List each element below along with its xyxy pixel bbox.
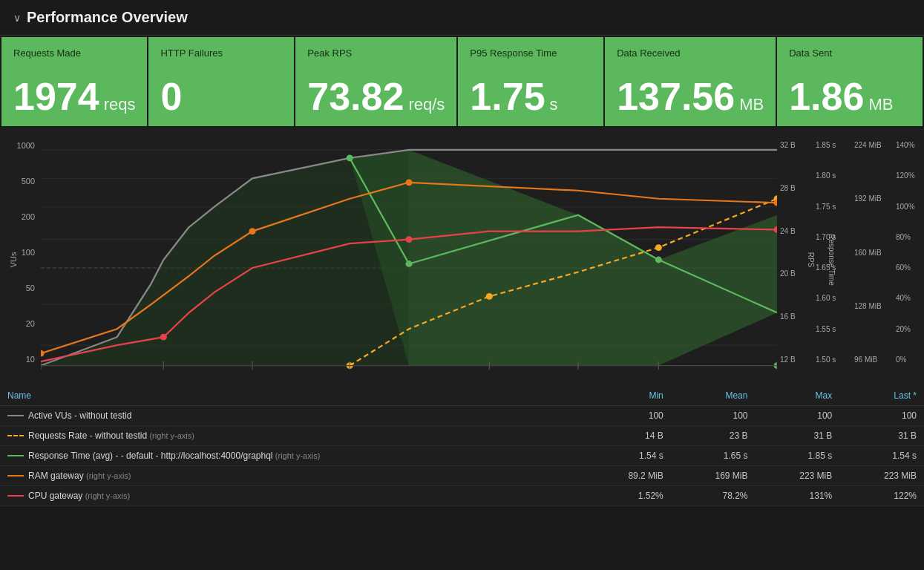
y-tick: 1000 xyxy=(17,141,35,150)
data-tick: 128 MiB xyxy=(854,302,882,310)
legend-name: CPU gateway (right y-axis) xyxy=(0,486,582,506)
metric-value: 0 xyxy=(160,77,182,116)
legend-mean: 78.2% xyxy=(671,486,756,506)
metric-label: Peak RPS xyxy=(307,48,445,59)
metric-value: 137.56 xyxy=(617,77,735,116)
metric-value: 1974 xyxy=(13,77,99,116)
legend-mean: 169 MiB xyxy=(671,466,756,486)
y-tick: 200 xyxy=(22,212,35,221)
chevron-icon: ∨ xyxy=(13,12,21,24)
legend-max: 1.85 s xyxy=(755,446,839,466)
y-tick: 100 xyxy=(22,248,35,257)
metric-value: 1.75 xyxy=(470,77,545,116)
svg-point-11 xyxy=(405,261,412,267)
svg-point-23 xyxy=(405,236,412,243)
legend-row: CPU gateway (right y-axis) 1.52% 78.2% 1… xyxy=(0,486,924,506)
metric-card-1: HTTP Failures 0 xyxy=(148,37,294,126)
legend-name: RAM gateway (right y-axis) xyxy=(0,466,582,486)
metric-label: Requests Made xyxy=(13,48,135,59)
legend-name: Response Time (avg) - - default - http:/… xyxy=(0,446,582,466)
legend-row: RAM gateway (right y-axis) 89.2 MiB 169 … xyxy=(0,466,924,486)
metric-value: 1.86 xyxy=(789,77,864,116)
col-name: Name xyxy=(0,386,582,406)
pct-tick: 80% xyxy=(896,233,911,241)
pct-tick: 100% xyxy=(896,203,915,211)
rt-tick: 1.85 s xyxy=(816,141,836,149)
metric-unit: reqs xyxy=(104,95,136,114)
col-mean: Mean xyxy=(671,386,756,406)
legend-max: 31 B xyxy=(755,426,839,446)
pct-tick: 60% xyxy=(896,263,911,272)
rt-tick: 1.80 s xyxy=(816,171,836,180)
metrics-row: Requests Made 1974 reqs HTTP Failures 0 … xyxy=(0,36,924,128)
svg-point-18 xyxy=(41,350,45,357)
metric-card-0: Requests Made 1974 reqs xyxy=(1,37,147,126)
legend-min: 14 B xyxy=(582,426,671,446)
metric-card-3: P95 Response Time 1.75 s xyxy=(458,37,603,126)
y-tick: 20 xyxy=(26,319,35,328)
metric-label: P95 Response Time xyxy=(470,48,592,59)
legend-min: 1.54 s xyxy=(582,446,671,466)
metric-card-4: Data Received 137.56 MB xyxy=(605,37,776,126)
legend-max: 223 MiB xyxy=(755,466,839,486)
col-min: Min xyxy=(582,386,671,406)
legend-mean: 100 xyxy=(671,406,756,426)
rps-tick: 20 B xyxy=(780,269,796,278)
legend-last: 100 xyxy=(839,406,924,426)
svg-marker-9 xyxy=(41,150,409,366)
legend-row: Response Time (avg) - - default - http:/… xyxy=(0,446,924,466)
legend-last: 223 MiB xyxy=(839,466,924,486)
response-time-axis-label: Response Time xyxy=(828,234,836,285)
legend-name: Requests Rate - without testid (right y-… xyxy=(0,426,582,446)
svg-point-22 xyxy=(160,334,167,341)
rt-tick: 1.50 s xyxy=(816,356,836,364)
rt-tick: 1.60 s xyxy=(816,294,836,302)
rt-tick: 1.55 s xyxy=(816,325,836,333)
y-tick: 50 xyxy=(26,284,35,292)
metric-unit: req/s xyxy=(408,95,445,114)
data-tick: 160 MiB xyxy=(854,249,882,257)
svg-point-16 xyxy=(655,244,662,251)
metric-card-2: Peak RPS 73.82 req/s xyxy=(295,37,456,126)
chart-section: VUs 1000 500 200 100 50 20 10 xyxy=(0,128,924,506)
svg-point-15 xyxy=(486,293,493,300)
pct-tick: 140% xyxy=(896,141,915,149)
pct-tick: 40% xyxy=(896,294,911,302)
right-axes: 32 B 28 B 24 B 20 B 16 B 12 B RPS 1.85 s… xyxy=(777,134,924,386)
legend-name: Active VUs - without testid xyxy=(0,406,582,426)
legend-table: Name Min Mean Max Last * Active VUs - wi… xyxy=(0,386,924,506)
metric-unit: MB xyxy=(739,95,764,114)
page-title: Performance Overview xyxy=(27,9,188,26)
data-tick: 96 MiB xyxy=(854,356,877,364)
data-tick: 224 MiB xyxy=(854,141,882,149)
legend-min: 100 xyxy=(582,406,671,426)
legend-max: 131% xyxy=(755,486,839,506)
metric-card-5: Data Sent 1.86 MB xyxy=(777,37,923,126)
legend-last: 31 B xyxy=(839,426,924,446)
legend-row: Requests Rate - without testid (right y-… xyxy=(0,426,924,446)
pct-tick: 120% xyxy=(896,171,915,180)
legend-row: Active VUs - without testid 100 100 100 … xyxy=(0,406,924,426)
y-tick: 10 xyxy=(26,355,35,364)
data-tick: 192 MiB xyxy=(854,194,882,203)
rps-tick: 16 B xyxy=(780,312,796,321)
pct-tick: 0% xyxy=(896,356,906,364)
pct-tick: 20% xyxy=(896,325,911,333)
svg-point-20 xyxy=(405,179,412,186)
legend-max: 100 xyxy=(755,406,839,426)
legend-mean: 23 B xyxy=(671,426,756,446)
svg-point-12 xyxy=(655,257,662,263)
rps-tick: 12 B xyxy=(780,356,796,364)
rps-tick: 28 B xyxy=(780,184,796,192)
metric-unit: MB xyxy=(868,95,893,114)
rps-tick: 24 B xyxy=(780,227,796,235)
metric-unit: s xyxy=(550,95,558,114)
rps-tick: 32 B xyxy=(780,141,796,149)
y-tick: 500 xyxy=(22,177,35,186)
y-axis-label-vus-title: VUs xyxy=(9,252,18,268)
legend-last: 122% xyxy=(839,486,924,506)
y-axis-left: VUs 1000 500 200 100 50 20 10 xyxy=(0,134,41,386)
legend-mean: 1.65 s xyxy=(671,446,756,466)
legend-min: 1.52% xyxy=(582,486,671,506)
legend-last: 1.54 s xyxy=(839,446,924,466)
